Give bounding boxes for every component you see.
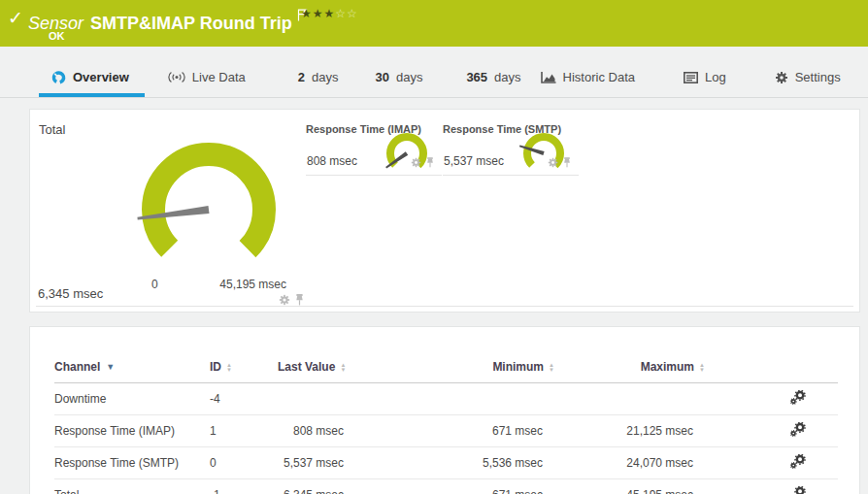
channel-last-value: 808 msec: [278, 415, 355, 447]
channel-minimum: 5,536 msec: [355, 447, 554, 479]
table-row: Downtime -4: [54, 383, 838, 415]
tab-overview[interactable]: Overview: [51, 70, 129, 97]
tab-label: Historic Data: [563, 70, 635, 84]
sensor-header: ✓ SensorSMTP&IMAP Round Trip ★★★☆☆ OK: [0, 0, 868, 47]
channel-settings-icon[interactable]: [790, 486, 806, 494]
channel-minimum: [355, 383, 554, 415]
sort-icon: ▲▼: [226, 363, 232, 373]
channel-last-value: 5,537 msec: [278, 447, 355, 479]
tab-log[interactable]: Log: [684, 70, 726, 97]
channel-settings-icon[interactable]: [790, 422, 806, 437]
sensor-status-text: OK: [49, 30, 65, 42]
gauge-settings-gear-icon[interactable]: [279, 292, 290, 310]
column-header-minimum[interactable]: Minimum▲▼: [355, 360, 554, 383]
sort-icon: ▲▼: [549, 363, 554, 373]
channel-minimum: 671 msec: [355, 415, 554, 447]
tab-label: Overview: [73, 70, 129, 84]
table-header-row: Channel▼ ID▲▼ Last Value▲▼ Minimum▲▼ Max…: [54, 360, 838, 383]
channel-name[interactable]: Response Time (IMAP): [54, 415, 210, 447]
tab-label: days: [396, 70, 422, 84]
tab-historic-data[interactable]: Historic Data: [541, 70, 635, 97]
tab-365-days[interactable]: 365 days: [466, 70, 520, 97]
imap-gauge-block: Response Time (IMAP) 808 msec: [306, 119, 442, 176]
tab-label: Settings: [795, 70, 841, 84]
total-gauge: [135, 136, 283, 283]
gauge-max-label: 45,195 msec: [185, 278, 286, 291]
column-header-actions: [705, 360, 838, 383]
smtp-current-value: 5,537 msec: [444, 154, 504, 168]
priority-stars[interactable]: ★★★☆☆: [301, 7, 358, 20]
gear-icon: [775, 71, 788, 84]
channel-table: Channel▼ ID▲▼ Last Value▲▼ Minimum▲▼ Max…: [54, 360, 838, 494]
status-ok-check-icon: ✓: [8, 7, 23, 29]
smtp-gauge-block: Response Time (SMTP) 5,537 msec: [443, 119, 579, 176]
channel-id: 1: [210, 415, 278, 447]
channel-id: 0: [210, 447, 278, 479]
sort-icon: ▲▼: [340, 363, 346, 373]
tab-live-data[interactable]: Live Data: [168, 70, 246, 97]
log-list-icon: [684, 72, 698, 83]
channel-name[interactable]: Response Time (SMTP): [54, 447, 210, 479]
channel-minimum: 671 msec: [355, 479, 554, 494]
tab-label-prefix: 365: [466, 70, 487, 84]
tab-2-days[interactable]: 2 days: [298, 70, 339, 97]
gauge-pin-icon[interactable]: [563, 154, 571, 172]
gauge-icon: [51, 70, 66, 84]
live-signal-icon: [168, 72, 185, 82]
gauge-pin-icon[interactable]: [295, 292, 304, 310]
tab-label-prefix: 2: [298, 70, 305, 84]
gauge-panel: Total 0 45,195 msec 6,345 msec Response …: [29, 109, 860, 313]
column-header-maximum[interactable]: Maximum▲▼: [554, 360, 705, 383]
channel-settings-icon[interactable]: [790, 454, 806, 469]
channel-name[interactable]: Total: [54, 479, 210, 494]
tab-label: days: [494, 70, 520, 84]
channel-id: -4: [210, 383, 278, 415]
column-header-id[interactable]: ID▲▼: [210, 360, 278, 383]
total-gauge-label: Total: [39, 122, 65, 137]
tab-label-prefix: 30: [375, 70, 388, 84]
channel-id: -1: [210, 479, 278, 494]
channel-maximum: 21,125 msec: [554, 415, 705, 447]
imap-current-value: 808 msec: [307, 154, 357, 168]
channel-maximum: [554, 383, 705, 415]
gauge-settings-gear-icon[interactable]: [411, 154, 421, 172]
panel-divider: [36, 306, 853, 307]
total-current-value: 6,345 msec: [38, 286, 103, 301]
tab-30-days[interactable]: 30 days: [375, 70, 422, 97]
sensor-title: SMTP&IMAP Round Trip: [90, 14, 292, 33]
table-row: Response Time (IMAP) 1 808 msec 671 msec…: [54, 415, 838, 447]
gauge-pin-icon[interactable]: [426, 154, 434, 172]
table-row: Total -1 6,345 msec 671 msec 45,195 msec: [54, 479, 838, 494]
sort-desc-icon: ▼: [106, 362, 115, 372]
sort-icon: ▲▼: [699, 363, 705, 373]
chart-icon: [541, 72, 556, 83]
gauge-min-label: 0: [151, 278, 158, 291]
column-header-channel[interactable]: Channel▼: [54, 360, 210, 383]
channel-maximum: 24,070 msec: [554, 447, 705, 479]
channel-last-value: 6,345 msec: [278, 479, 355, 494]
tab-settings[interactable]: Settings: [775, 70, 841, 97]
tab-label: Log: [705, 70, 726, 84]
tab-label: days: [312, 70, 338, 84]
channel-table-panel: Channel▼ ID▲▼ Last Value▲▼ Minimum▲▼ Max…: [29, 326, 860, 494]
table-row: Response Time (SMTP) 0 5,537 msec 5,536 …: [54, 447, 838, 479]
tab-bar: Overview Live Data 2 days 30 days 365 da…: [0, 47, 868, 98]
column-header-last-value[interactable]: Last Value▲▼: [278, 360, 355, 383]
channel-maximum: 45,195 msec: [554, 479, 705, 494]
channel-name[interactable]: Downtime: [54, 383, 210, 415]
channel-settings-icon[interactable]: [790, 390, 806, 405]
tab-label: Live Data: [192, 70, 246, 84]
channel-last-value: [278, 383, 355, 415]
gauge-settings-gear-icon[interactable]: [548, 154, 558, 172]
